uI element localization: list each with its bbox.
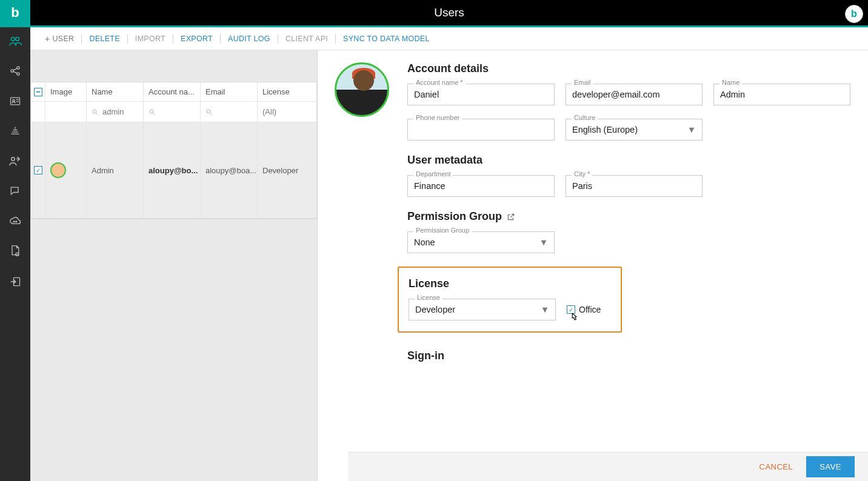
top-header: b Users b	[0, 0, 868, 27]
import-button[interactable]: IMPORT	[128, 35, 173, 43]
search-icon	[149, 108, 156, 116]
name-input[interactable]	[713, 84, 850, 105]
id-card-icon[interactable]	[9, 95, 21, 107]
city-label: City *	[572, 170, 592, 177]
svg-point-14	[207, 110, 210, 113]
license-select[interactable]: Developer ▼	[409, 299, 556, 320]
svg-point-8	[13, 221, 15, 222]
app-logo[interactable]: b	[0, 0, 30, 27]
row-email: aloupy@boa...	[201, 122, 258, 218]
row-checkbox[interactable]: ✓	[34, 166, 42, 174]
cursor-icon	[569, 312, 580, 324]
col-header-email[interactable]: Email	[201, 82, 258, 101]
search-icon	[205, 108, 213, 116]
col-header-account[interactable]: Account na...	[144, 82, 201, 101]
department-label: Department	[413, 170, 453, 177]
filter-email[interactable]	[201, 102, 258, 122]
permission-group-label: Permission Group	[413, 227, 472, 234]
sync-button[interactable]: SYNC TO DATA MODEL	[336, 35, 437, 43]
office-label: Office	[579, 305, 601, 314]
avatar	[50, 162, 66, 178]
add-user-button[interactable]: +USER	[38, 34, 81, 44]
name-label: Name	[719, 79, 742, 86]
user-list-pane: ━ Image Name Account na... Email License…	[30, 50, 318, 481]
filter-account[interactable]	[144, 102, 201, 122]
user-avatar-large[interactable]	[335, 62, 389, 117]
audit-log-button[interactable]: AUDIT LOG	[221, 35, 278, 43]
svg-point-0	[12, 38, 15, 41]
export-button[interactable]: EXPORT	[173, 35, 220, 43]
section-sign-in: Sign-in	[407, 350, 856, 362]
department-input[interactable]	[407, 175, 555, 197]
user-table: ━ Image Name Account na... Email License…	[30, 82, 317, 219]
user-arrow-icon[interactable]	[8, 156, 22, 167]
side-nav	[0, 27, 30, 481]
email-label: Email	[572, 79, 593, 86]
brand-badge[interactable]: b	[845, 5, 863, 23]
user-detail-pane: Account details Account name * Email	[318, 50, 868, 481]
chevron-down-icon: ▼	[539, 237, 548, 247]
client-api-button[interactable]: CLIENT API	[278, 35, 335, 43]
file-badge-icon[interactable]	[9, 244, 21, 257]
svg-rect-5	[11, 98, 20, 105]
col-header-image[interactable]: Image	[45, 82, 87, 101]
filter-name[interactable]: admin	[87, 102, 144, 122]
account-name-input[interactable]	[407, 84, 555, 105]
culture-select[interactable]: English (Europe) ▼	[566, 119, 703, 141]
chevron-down-icon: ▼	[541, 305, 549, 314]
delete-button[interactable]: DELETE	[82, 35, 127, 43]
detail-footer: CANCEL SAVE	[348, 452, 868, 481]
filter-license[interactable]: (All)	[258, 102, 316, 122]
svg-point-13	[150, 110, 153, 113]
phone-label: Phone number	[413, 114, 462, 121]
row-name: Admin	[87, 122, 144, 218]
cancel-button[interactable]: CANCEL	[760, 462, 793, 471]
col-header-license[interactable]: License	[258, 82, 316, 101]
license-label: License	[415, 294, 442, 301]
license-highlight: License License Developer ▼	[398, 267, 622, 333]
permission-group-select[interactable]: None ▼	[407, 231, 555, 253]
stack-icon[interactable]	[9, 125, 21, 138]
svg-point-9	[16, 221, 17, 222]
chevron-down-icon: ▼	[687, 125, 696, 134]
row-account: aloupy@bo...	[144, 122, 201, 218]
email-input[interactable]	[566, 84, 703, 105]
page-title: Users	[30, 6, 868, 19]
col-header-name[interactable]: Name	[87, 82, 144, 101]
account-name-label: Account name *	[413, 79, 466, 86]
svg-point-12	[93, 110, 96, 113]
row-license: Developer	[258, 122, 316, 218]
section-user-metadata: User metadata	[407, 154, 856, 167]
section-permission-group: Permission Group	[407, 210, 856, 223]
chat-icon[interactable]	[9, 185, 21, 197]
phone-input[interactable]	[407, 119, 555, 141]
toolbar: +USER DELETE IMPORT EXPORT AUDIT LOG CLI…	[30, 27, 868, 50]
external-link-icon[interactable]	[507, 213, 515, 221]
search-icon	[92, 108, 99, 116]
city-input[interactable]	[566, 175, 703, 197]
share-icon[interactable]	[9, 65, 21, 77]
svg-point-10	[16, 253, 19, 256]
section-license: License	[409, 277, 611, 290]
culture-label: Culture	[572, 114, 598, 121]
table-row[interactable]: ✓ Admin aloupy@bo... aloupy@boa... Devel…	[31, 122, 316, 218]
svg-point-6	[13, 100, 15, 102]
section-account-details: Account details	[407, 62, 856, 75]
svg-point-7	[12, 158, 15, 161]
import-icon[interactable]	[9, 276, 21, 288]
select-all-checkbox[interactable]: ━	[34, 88, 42, 96]
svg-point-1	[16, 38, 19, 41]
users-icon[interactable]	[8, 36, 22, 47]
cloud-icon[interactable]	[8, 215, 22, 226]
save-button[interactable]: SAVE	[806, 456, 855, 477]
